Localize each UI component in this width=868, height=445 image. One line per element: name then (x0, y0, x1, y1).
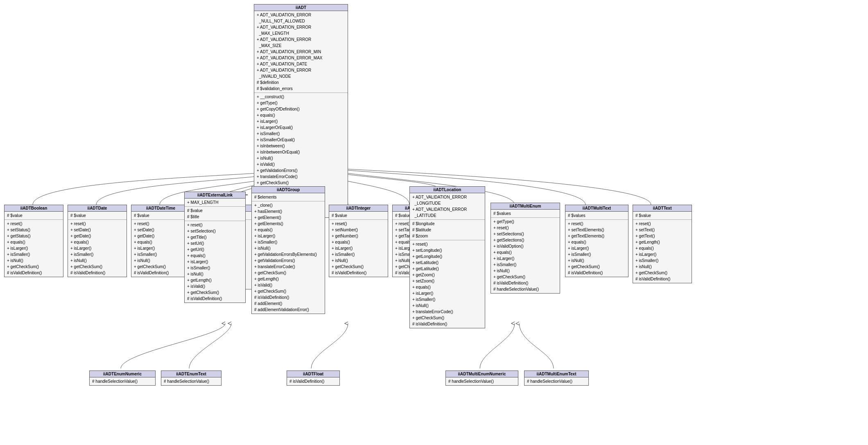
iiADTLocation-title: iiADTLocation (410, 187, 485, 193)
iiADTEnumNumeric-box: iiADTEnumNumeric # handleSelectionValue(… (89, 370, 156, 386)
iiADTInteger-methods: + reset() + setNumber() + getNumber() + … (329, 220, 388, 277)
iiADTMultiText-title: iiADTMultiText (565, 205, 628, 212)
iiADTBoolean-box: iiADTBoolean # $value + reset() + setSta… (4, 205, 63, 277)
iiADTText-box: iiADTText # $value + reset() + setText()… (633, 205, 692, 283)
iiADTMultiEnum-box: iiADTMultiEnum # $values + getType() + r… (491, 203, 560, 294)
iiADTFloat-title: iiADTFloat (287, 371, 339, 377)
iiADTFloat-box: iiADTFloat # isValidDefinition() (287, 370, 340, 386)
iiADTLocation-box: iiADTLocation + ADT_VALIDATION_ERROR _LO… (409, 186, 485, 328)
diagram-container: iiADT + ADT_VALIDATION_ERROR _NULL_NOT_A… (0, 0, 868, 445)
iiADTBoolean-fields: # $value (5, 212, 63, 220)
iiADTLocation-constants: + ADT_VALIDATION_ERROR _LONGITUDE + ADT_… (410, 193, 485, 220)
iiADTEnumText-methods: # handleSelectionValue() (161, 377, 221, 385)
iiADTMultiEnum-methods: + getType() + reset() + setSelections() … (491, 218, 560, 293)
iiADTBoolean-title: iiADTBoolean (5, 205, 63, 212)
iiADTText-methods: + reset() + setText() + getText() + getL… (633, 220, 692, 283)
iiADTDate-box: iiADTDate # $value + reset() + setDate()… (68, 205, 127, 277)
iiADTMultiEnumNumeric-methods: # handleSelectionValue() (446, 377, 518, 385)
iiADTGroup-fields: # $elements (252, 193, 325, 201)
iiADTInteger-title: iiADTInteger (329, 205, 388, 212)
iiADTEnumNumeric-methods: # handleSelectionValue() (90, 377, 155, 385)
iiADTDate-title: iiADTDate (68, 205, 127, 212)
iiADTMultiEnumText-title: iiADTMultiEnumText (524, 371, 588, 377)
iiADTExternalLink-real: iiADTExternalLink + MAX_LENGTH # $value … (184, 192, 246, 303)
iiADTMultiEnum-fields: # $values (491, 210, 560, 218)
iiADTDate-methods: + reset() + setDate() + getDate() + equa… (68, 220, 127, 277)
iiADTText-fields: # $value (633, 212, 692, 220)
iiADTExternalLink-fields: # $value # $title (185, 207, 245, 221)
iiADTInteger-box: iiADTInteger # $value + reset() + setNum… (329, 205, 388, 277)
iiADTFloat-methods: # isValidDefinition() (287, 377, 339, 385)
iiADTMultiEnumText-box: iiADTMultiEnumText # handleSelectionValu… (524, 370, 589, 386)
iiADTExternalLink-constants: + MAX_LENGTH (185, 199, 245, 207)
iiADTEnumNumeric-title: iiADTEnumNumeric (90, 371, 155, 377)
iiADTMultiText-methods: + reset() + setTextElements() + getTextE… (565, 220, 628, 277)
iiADTMultiEnumNumeric-title: iiADTMultiEnumNumeric (446, 371, 518, 377)
iiADTMultiEnumNumeric-box: iiADTMultiEnumNumeric # handleSelectionV… (445, 370, 518, 386)
iiADTGroup-title: iiADTGroup (252, 187, 325, 193)
iiADTExternalLink-title: iiADTExternalLink (185, 192, 245, 199)
iiADTDateTime-box: iiADTDateTime # $value + reset() + setDa… (131, 205, 190, 277)
iiADTMultiEnum-title: iiADTMultiEnum (491, 203, 560, 210)
iiADTText-title: iiADTText (633, 205, 692, 212)
iiADT-box: iiADT + ADT_VALIDATION_ERROR _NULL_NOT_A… (254, 4, 348, 218)
iiADTMultiText-fields: # $values (565, 212, 628, 220)
iiADTLocation-methods: + reset() + setLongitude() + getLongitud… (410, 240, 485, 328)
iiADTEnumText-box: iiADTEnumText # handleSelectionValue() (161, 370, 222, 386)
iiADTBoolean-methods: + reset() + setStatus() + getStatus() + … (5, 220, 63, 277)
iiADTLocation-fields: # $longitude # $latitude # $zoom (410, 220, 485, 240)
iiADTGroup-methods: + _clone() + hasElement() + getElement()… (252, 201, 325, 314)
iiADTMultiText-box: iiADTMultiText # $values + reset() + set… (565, 205, 628, 277)
iiADTEnumText-title: iiADTEnumText (161, 371, 221, 377)
iiADTExternalLink-methods: + reset() + setSelection() + getTitle() … (185, 221, 245, 303)
iiADT-title: iiADT (254, 5, 348, 11)
iiADT-constants: + ADT_VALIDATION_ERROR _NULL_NOT_ALLOWED… (254, 11, 348, 93)
iiADTGroup-box: iiADTGroup # $elements + _clone() + hasE… (251, 186, 325, 314)
iiADTDateTime-title: iiADTDateTime (131, 205, 190, 212)
iiADTInteger-fields: # $value (329, 212, 388, 220)
iiADTMultiEnumText-methods: # handleSelectionValue() (524, 377, 588, 385)
iiADTDateTime-methods: + reset() + setDate() + getDate() + equa… (131, 220, 190, 277)
iiADTDate-fields: # $value (68, 212, 127, 220)
iiADTDateTime-fields: # $value (131, 212, 190, 220)
